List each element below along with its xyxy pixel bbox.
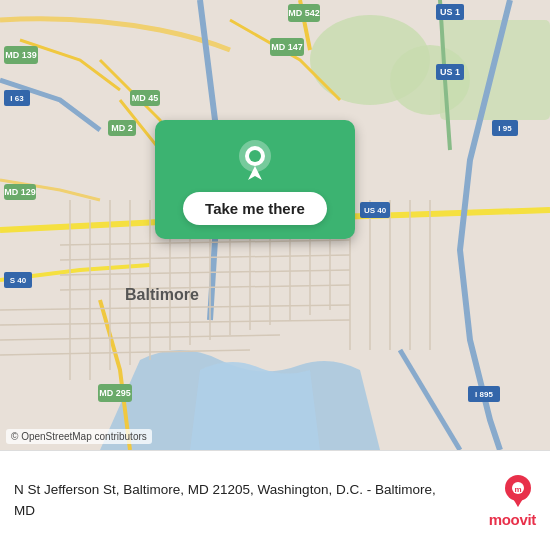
app: MD 542 US 1 US 1 MD 147 I 63 MD 139 MD 4… [0, 0, 550, 550]
osm-attribution: © OpenStreetMap contributors [6, 429, 152, 444]
moovit-logo: m moovit [466, 473, 536, 528]
svg-text:I 95: I 95 [498, 124, 512, 133]
location-panel: Take me there [155, 120, 355, 239]
svg-text:MD 147: MD 147 [271, 42, 303, 52]
info-bar: N St Jefferson St, Baltimore, MD 21205, … [0, 450, 550, 550]
svg-text:MD 129: MD 129 [4, 187, 36, 197]
svg-text:MD 2: MD 2 [111, 123, 133, 133]
svg-text:US 1: US 1 [440, 7, 460, 17]
svg-text:Baltimore: Baltimore [125, 286, 199, 303]
svg-text:I 63: I 63 [10, 94, 24, 103]
location-pin-icon [236, 138, 274, 182]
take-me-there-button[interactable]: Take me there [183, 192, 327, 225]
svg-text:US 1: US 1 [440, 67, 460, 77]
svg-text:MD 139: MD 139 [5, 50, 37, 60]
svg-point-66 [249, 150, 261, 162]
svg-text:m: m [514, 485, 521, 494]
address-text: N St Jefferson St, Baltimore, MD 21205, … [14, 480, 456, 521]
svg-text:S 40: S 40 [10, 276, 27, 285]
moovit-label: moovit [489, 511, 536, 528]
map-container: MD 542 US 1 US 1 MD 147 I 63 MD 139 MD 4… [0, 0, 550, 450]
moovit-brand-icon: m [500, 473, 536, 509]
svg-text:MD 295: MD 295 [99, 388, 131, 398]
svg-text:MD 45: MD 45 [132, 93, 159, 103]
svg-text:MD 542: MD 542 [288, 8, 320, 18]
svg-text:US 40: US 40 [364, 206, 387, 215]
svg-text:I 895: I 895 [475, 390, 493, 399]
